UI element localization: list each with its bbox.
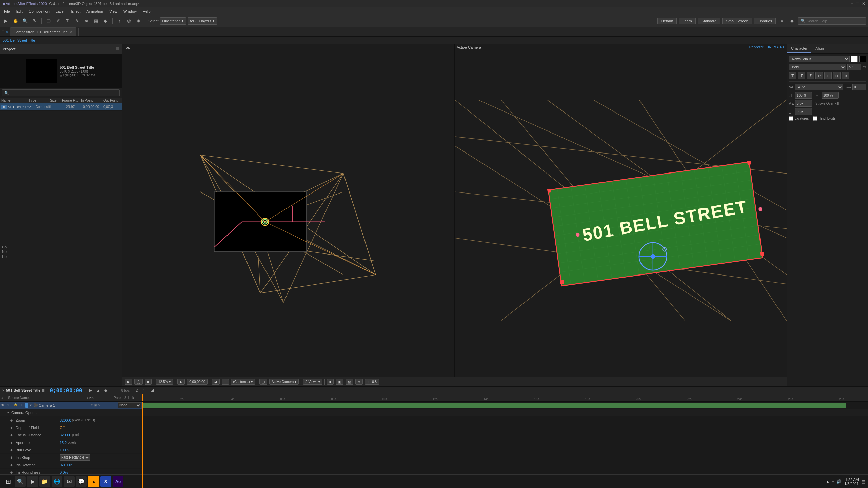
orientation-dropdown[interactable]: Orientation ▾: [160, 17, 186, 25]
menu-file[interactable]: File: [1, 8, 13, 14]
tray-network[interactable]: ▫: [832, 479, 834, 484]
comp-tab-main[interactable]: Composition 501 Bell Street Title ✕: [10, 27, 76, 36]
maximize-button[interactable]: ◻: [856, 1, 859, 6]
cam-opt-dof-val[interactable]: Off: [60, 426, 64, 430]
workspace-settings[interactable]: ◆: [788, 17, 796, 25]
tool-rect[interactable]: ▢: [44, 17, 53, 25]
ligatures-label[interactable]: Ligatures: [795, 117, 809, 120]
viewport-left[interactable]: Top: [122, 44, 455, 377]
menu-help[interactable]: Help: [140, 8, 153, 14]
workspace-learn[interactable]: Learn: [679, 18, 696, 24]
taskbar-ae[interactable]: Ae: [113, 476, 123, 487]
minimize-button[interactable]: −: [851, 1, 853, 6]
text-t-btn[interactable]: T: [789, 72, 796, 79]
col-inpoint[interactable]: In Point: [81, 99, 101, 102]
vc-render-btn[interactable]: ■: [145, 379, 152, 385]
comp-tab-close[interactable]: ✕: [70, 30, 73, 34]
menu-layer[interactable]: Layer: [53, 8, 68, 14]
layer-expand-0[interactable]: ▼: [29, 404, 33, 407]
menu-animation[interactable]: Animation: [84, 8, 106, 14]
camera-opt-irisrot[interactable]: ◆ Iris Rotation 0x+0.0°: [0, 461, 142, 469]
cam-opt-fd-val[interactable]: 3200.0: [60, 433, 71, 437]
char-tab-character[interactable]: Character: [787, 45, 811, 53]
close-button[interactable]: ✕: [862, 1, 865, 6]
tool-orbit[interactable]: ◎: [125, 17, 133, 25]
col-outpoint[interactable]: Out Point: [103, 99, 120, 102]
breadcrumb-item[interactable]: 501 Bell Street Title: [3, 38, 35, 42]
text-bold-btn[interactable]: T: [798, 72, 805, 79]
project-item-0[interactable]: ▣ 501 Bell.t Title Composition 29.97 0;0…: [0, 103, 122, 111]
tool-pen[interactable]: ✐: [54, 17, 62, 25]
font-family-dropdown[interactable]: NewsGoth BT: [789, 56, 850, 62]
taskbar-chat[interactable]: 💬: [76, 476, 87, 487]
project-search-input[interactable]: [2, 89, 120, 96]
tl-expressions[interactable]: =: [111, 387, 117, 394]
tray-notif[interactable]: ▤: [862, 479, 865, 484]
font-style-dropdown[interactable]: Bold: [789, 64, 846, 70]
vc-3d[interactable]: ◇: [355, 379, 363, 385]
3d-layers-dropdown[interactable]: for 3D layers ▾: [188, 17, 217, 25]
layer-lock[interactable]: 🔒: [14, 403, 18, 408]
taskbar-amazon[interactable]: a: [88, 476, 99, 487]
vc-region[interactable]: ▢: [259, 379, 267, 385]
layer-visibility[interactable]: ◉: [1, 403, 6, 408]
tool-select[interactable]: ▶: [2, 17, 10, 25]
col-framerate[interactable]: Frame R...: [62, 99, 79, 102]
tool-puppet[interactable]: ◆: [101, 17, 110, 25]
camera-opt-zoom[interactable]: ◆ Zoom 3200.0 pixels (61.9° H): [0, 416, 142, 424]
workspace-default[interactable]: Default: [657, 18, 677, 24]
camera-opt-fd[interactable]: ◆ Focus Distance 3200.0 pixels: [0, 431, 142, 439]
tl-audio[interactable]: ♬: [134, 387, 140, 394]
tool-zoom[interactable]: 🔍: [21, 17, 29, 25]
track-row-0[interactable]: [142, 402, 868, 409]
fill-color-swatch[interactable]: [851, 56, 858, 62]
text-smallcaps-btn[interactable]: Tt: [842, 72, 849, 79]
vc-preview-btn[interactable]: ◯: [134, 379, 143, 385]
taskbar-num[interactable]: 3: [100, 476, 111, 487]
tool-hand[interactable]: ✋: [12, 17, 20, 25]
layer-solo[interactable]: ○: [7, 403, 12, 408]
cam-opt-iris-val[interactable]: Fast Rectangle: [60, 454, 90, 461]
vc-views-dropdown[interactable]: 2 Views ▾: [303, 379, 322, 385]
text-caps-btn[interactable]: TT: [833, 72, 841, 79]
vc-exposure-display[interactable]: + +0.8: [365, 379, 379, 385]
hindi-digits-label[interactable]: Hindi Digits: [818, 117, 836, 120]
taskbar-mail[interactable]: ✉: [64, 476, 75, 487]
vc-safe-zones[interactable]: ▣: [336, 379, 343, 385]
tl-keyframes[interactable]: ◆: [103, 387, 110, 394]
vc-snapshot[interactable]: ◕: [212, 379, 220, 385]
taskbar-clock[interactable]: 1:22 AM 1/5/2021: [844, 477, 859, 486]
timeline-close[interactable]: ✕: [2, 389, 5, 392]
cam-opt-keyframe-blur[interactable]: ◆: [10, 448, 16, 452]
timeline-ruler-bar[interactable]: 02s 04s 06s 08s 10s 12s 14s 16s 18s 20s …: [142, 394, 868, 402]
vc-camera-btn[interactable]: ▶: [177, 379, 185, 385]
camera-options-expand[interactable]: ▼: [7, 411, 10, 414]
vc-resolution-dropdown[interactable]: (Custom...) ▾: [231, 379, 255, 385]
tray-speaker[interactable]: 🔊: [836, 479, 842, 484]
layer-parent-0[interactable]: None: [118, 402, 141, 408]
taskbar-search[interactable]: 🔍: [15, 476, 26, 487]
cam-opt-ap-val[interactable]: 15.2: [60, 441, 67, 445]
project-menu-icon[interactable]: ☰: [116, 47, 119, 51]
ligatures-checkbox[interactable]: [789, 116, 793, 121]
camera-opt-ap[interactable]: ◆ Aperture 15.2 pixels: [0, 439, 142, 446]
kerning-dropdown[interactable]: Auto: [795, 84, 843, 90]
menu-edit[interactable]: Edit: [14, 8, 25, 14]
taskbar-edge[interactable]: 🌐: [52, 476, 62, 487]
cam-opt-keyframe-fd[interactable]: ◆: [10, 433, 16, 437]
tl-video[interactable]: ▢: [141, 387, 148, 394]
vc-zoom-dropdown[interactable]: 12.5% ▾: [156, 379, 173, 385]
cam-opt-irisround-val[interactable]: 0.0%: [60, 470, 68, 474]
timeline-menu[interactable]: ☰: [42, 389, 45, 392]
layer-switch-3[interactable]: ◇: [98, 403, 100, 407]
tool-track[interactable]: ⊕: [134, 17, 142, 25]
text-superscript-btn[interactable]: TT: [824, 72, 832, 79]
tl-sync[interactable]: ▶: [87, 387, 94, 394]
menu-view[interactable]: View: [106, 8, 120, 14]
vc-timecode-display[interactable]: 0;00;00;00: [187, 379, 208, 385]
tool-text[interactable]: T: [63, 17, 72, 25]
layer-switch-2[interactable]: ▣: [94, 403, 97, 407]
char-tab-align[interactable]: Align: [811, 45, 828, 53]
tray-icon-1[interactable]: ▲: [826, 479, 830, 484]
cam-opt-keyframe-irisrot[interactable]: ◆: [10, 463, 16, 467]
